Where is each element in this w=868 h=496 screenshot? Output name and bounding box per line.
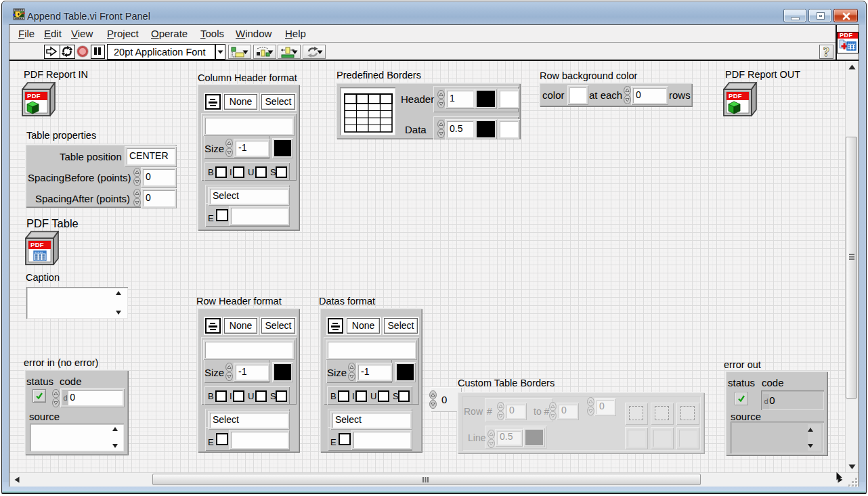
svg-text:PDF: PDF xyxy=(729,92,742,99)
svg-text:PDF: PDF xyxy=(27,92,41,99)
svg-text:PDF: PDF xyxy=(30,241,44,248)
svg-text:?: ? xyxy=(823,45,829,58)
